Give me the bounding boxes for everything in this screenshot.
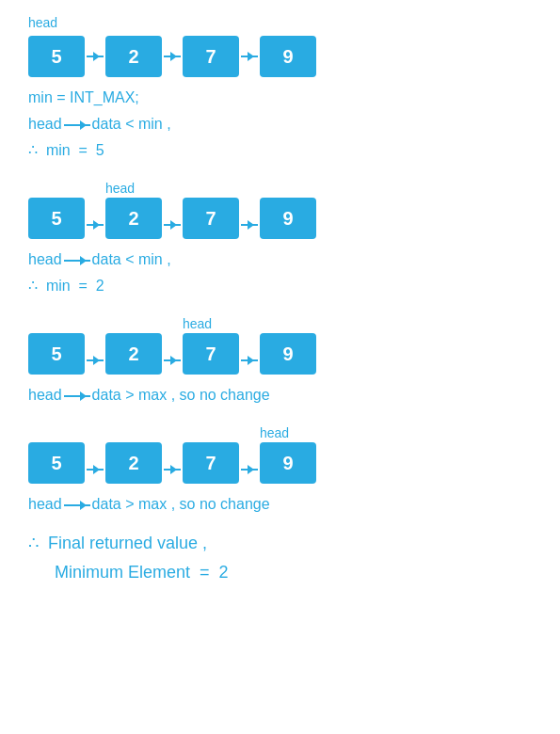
text-head-4: head (28, 496, 62, 512)
list-row-1: head 5 2 7 9 (28, 15, 532, 83)
head-label-2: head (105, 181, 135, 196)
linked-list-2: 5 head 2 7 9 (28, 179, 316, 239)
node-3-2: 2 (105, 333, 162, 375)
arrow-4-2 (164, 469, 181, 471)
list-row-3: 5 2 head 7 9 (28, 311, 532, 380)
long-arrow-3 (64, 395, 90, 397)
node-2-3: 7 (183, 198, 239, 239)
arrow-4-3 (241, 469, 258, 471)
node3-3-wrap: head 7 (183, 316, 239, 375)
node2-2-wrap: head 2 (105, 181, 162, 239)
list-row-4: 5 2 7 head 9 (28, 420, 532, 489)
node-4-1: 5 (28, 442, 85, 484)
node-4-2: 2 (105, 442, 162, 484)
node2-4-wrap: 9 (260, 179, 316, 239)
head-container-1: head 5 2 7 9 (28, 15, 316, 83)
text-head-1: head (28, 116, 62, 132)
final-section: ∴ Final returned value , Minimum Element… (28, 529, 532, 586)
node-1-2: 2 (105, 36, 162, 77)
node4-3-wrap: 7 (183, 423, 239, 484)
node-2-4: 9 (260, 198, 316, 239)
node-3-4: 9 (260, 333, 316, 375)
text-head-arrow-2: headdata < min , (28, 248, 532, 271)
head-label-1: head (28, 15, 57, 30)
head-label-3: head (183, 316, 212, 331)
text-head-arrow-1: headdata < min , (28, 113, 532, 136)
long-arrow-2 (64, 260, 90, 262)
node-4-3: 7 (183, 442, 239, 484)
text-therefore-2: ∴ min = 2 (28, 275, 532, 297)
text-data-1: data < min , (92, 116, 171, 132)
text-head-2: head (28, 251, 62, 267)
arrow-2-2 (164, 224, 181, 226)
node-2-2: 2 (105, 198, 162, 239)
text-min-init: min = INT_MAX; (28, 87, 532, 109)
text-data-2: data < min , (92, 251, 171, 267)
arrow-3-1 (87, 359, 104, 361)
node3-1-wrap: 5 (28, 314, 85, 375)
arrow-1-1 (87, 56, 104, 57)
node2-3-wrap: 7 (183, 179, 239, 239)
node4-4-wrap: head 9 (260, 425, 316, 484)
arrow-2-3 (241, 224, 258, 226)
arrow-1-2 (164, 56, 181, 57)
final-line-2: Minimum Element = 2 (55, 558, 532, 587)
node-1-3: 7 (183, 36, 239, 77)
linked-list-3: 5 2 head 7 9 (28, 314, 316, 375)
node2-1-wrap: 5 (28, 179, 85, 239)
long-arrow-4 (64, 504, 90, 506)
node-1-1: 5 (28, 36, 85, 77)
node4-2-wrap: 2 (105, 423, 162, 484)
long-arrow-1 (64, 124, 90, 126)
arrow-3-3 (241, 359, 258, 361)
node3-2-wrap: 2 (105, 314, 162, 375)
text-therefore-1: ∴ min = 5 (28, 139, 532, 162)
linked-list-1: 5 2 7 9 (28, 36, 316, 77)
arrow-3-2 (164, 359, 181, 361)
list-row-2: 5 head 2 7 9 (28, 175, 532, 245)
node-1-4: 9 (260, 36, 316, 77)
section-2: 5 head 2 7 9 headdata < min , ∴ min = 2 (28, 175, 532, 297)
arrow-1-3 (241, 56, 258, 57)
arrow-2-1 (87, 224, 104, 226)
node-4-4: 9 (260, 442, 316, 484)
text-data-4: data > max , so no change (92, 496, 270, 512)
section-4: 5 2 7 head 9 headdata > max , so no chan… (28, 420, 532, 516)
node-3-3: 7 (183, 333, 239, 375)
section-1: head 5 2 7 9 min = INT_MAX; headdata < m… (28, 15, 532, 162)
node4-1-wrap: 5 (28, 423, 85, 484)
arrow-4-1 (87, 469, 104, 471)
node3-4-wrap: 9 (260, 314, 316, 375)
section-3: 5 2 head 7 9 headdata > max , so no chan… (28, 311, 532, 407)
final-line-1: ∴ Final returned value , (28, 529, 532, 558)
text-head-arrow-4: headdata > max , so no change (28, 493, 532, 516)
text-head-3: head (28, 387, 62, 403)
text-head-arrow-3: headdata > max , so no change (28, 384, 532, 407)
node-3-1: 5 (28, 333, 85, 375)
text-data-3: data > max , so no change (92, 387, 270, 403)
head-label-4: head (260, 425, 289, 440)
node-2-1: 5 (28, 198, 85, 239)
linked-list-4: 5 2 7 head 9 (28, 423, 316, 484)
